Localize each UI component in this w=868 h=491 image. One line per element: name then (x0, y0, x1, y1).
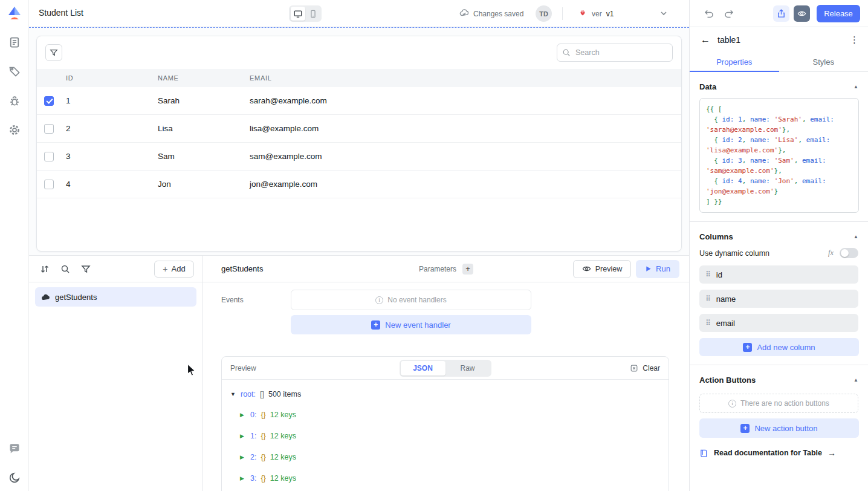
sort-icon[interactable] (40, 264, 50, 274)
drag-handle-icon[interactable]: ⠿ (705, 294, 710, 303)
kebab-menu-icon[interactable]: ⋮ (850, 34, 860, 45)
tree-key: root: (241, 390, 256, 398)
parameters-label: Parameters (419, 265, 456, 273)
topbar-right: Release (689, 0, 868, 27)
tab-properties[interactable]: Properties (690, 53, 779, 71)
tab-json[interactable]: JSON (401, 361, 445, 376)
version-value: v1 (606, 10, 614, 18)
column-header-email[interactable]: EMAIL (245, 74, 681, 82)
release-button[interactable]: Release (817, 5, 860, 22)
eye-icon (582, 264, 591, 273)
inspector-icon[interactable] (8, 65, 21, 77)
cell-email: jon@example.com (245, 180, 681, 189)
chevron-down-icon[interactable] (658, 7, 670, 19)
info-icon: i (375, 296, 383, 304)
dynamic-column-toggle[interactable] (840, 248, 858, 258)
topbar: Student List Changes saved TD ver v1 (29, 0, 868, 27)
user-avatar[interactable]: TD (536, 5, 552, 22)
collapse-caret-icon[interactable]: ▲ (853, 234, 858, 239)
back-arrow-icon[interactable]: ← (701, 34, 710, 45)
version-selector[interactable]: ver v1 (578, 0, 614, 27)
pages-icon[interactable] (8, 36, 21, 48)
debugger-icon[interactable] (8, 95, 21, 107)
add-new-column-button[interactable]: + Add new column (699, 338, 859, 356)
fx-icon[interactable]: fx (828, 249, 834, 258)
add-new-column-label: Add new column (757, 343, 815, 352)
column-header-id[interactable]: ID (61, 74, 153, 82)
documentation-link[interactable]: Read documentation for Table → (690, 443, 868, 463)
query-run-button[interactable]: Run (636, 260, 679, 278)
filter-button[interactable] (45, 44, 62, 61)
table-row[interactable]: 3 Sam sam@example.com (37, 143, 681, 171)
query-preview-button[interactable]: Preview (573, 260, 631, 278)
undo-icon[interactable] (703, 8, 714, 19)
redo-icon[interactable] (724, 8, 735, 19)
table-search-input[interactable] (557, 44, 673, 62)
tree-item-row[interactable]: ▶ 3: {} 12 keys (230, 467, 669, 489)
row-checkbox[interactable] (44, 152, 54, 161)
preview-box-header: Preview JSON Raw Clear (222, 357, 669, 380)
dynamic-column-label: Use dynamic column (699, 249, 822, 258)
tree-item-row[interactable]: ▶ 0: {} 12 keys (230, 404, 669, 425)
canvas[interactable]: ID NAME EMAIL 1 Sarah sarah@example.com … (29, 27, 689, 255)
new-event-handler-button[interactable]: + New event handler (291, 315, 531, 334)
tree-key: 2: (250, 453, 256, 461)
tab-styles[interactable]: Styles (779, 53, 868, 71)
dark-mode-icon[interactable] (8, 472, 21, 484)
tab-raw[interactable]: Raw (445, 361, 490, 376)
tree-caret[interactable]: ▶ (240, 475, 246, 481)
share-button[interactable] (773, 5, 789, 22)
preview-app-button[interactable] (794, 5, 810, 22)
tree-caret[interactable]: ▶ (240, 433, 246, 439)
tree-caret[interactable]: ▶ (240, 454, 246, 460)
add-query-button[interactable]: + Add (154, 261, 194, 278)
search-icon[interactable] (60, 264, 70, 274)
chat-help-icon[interactable] (8, 443, 21, 455)
tree-root-row[interactable]: ▼ root: [] 500 items (230, 385, 669, 404)
clear-button[interactable]: Clear (588, 364, 660, 372)
tree-caret[interactable]: ▶ (240, 412, 246, 418)
info-icon: i (728, 400, 736, 408)
row-checkbox[interactable] (44, 96, 54, 106)
preview-format-toggle: JSON Raw (400, 360, 491, 377)
table-widget[interactable]: ID NAME EMAIL 1 Sarah sarah@example.com … (36, 36, 682, 252)
column-item[interactable]: ⠿ id (699, 265, 858, 284)
tree-item-row[interactable]: ▶ 2: {} 12 keys (230, 446, 669, 467)
collapse-caret-icon[interactable]: ▲ (853, 377, 858, 383)
mobile-view-button[interactable] (306, 7, 320, 21)
tree-caret[interactable]: ▼ (230, 391, 236, 397)
table-row[interactable]: 1 Sarah sarah@example.com (37, 87, 681, 115)
column-chip-label: name (716, 294, 736, 304)
data-code-editor[interactable]: {{ [ { id: 1, name: 'Sarah', email:'sara… (699, 98, 859, 213)
column-item[interactable]: ⠿ name (699, 290, 858, 308)
row-checkbox[interactable] (44, 124, 54, 134)
collapse-caret-icon[interactable]: ▲ (853, 84, 858, 89)
filter-icon[interactable] (81, 264, 91, 274)
cell-name: Lisa (153, 124, 245, 133)
query-run-label: Run (656, 264, 670, 273)
no-action-buttons-text: There are no action buttons (740, 399, 829, 408)
add-parameter-button[interactable]: + (462, 264, 473, 275)
documentation-link-text: Read documentation for Table (714, 449, 822, 457)
drag-handle-icon[interactable]: ⠿ (705, 270, 710, 279)
table-row[interactable]: 2 Lisa lisa@example.com (37, 115, 681, 143)
new-action-button[interactable]: + New action button (699, 418, 859, 438)
inspector-panel: ← table1 ⋮ Properties Styles Data ▲ {{ [… (689, 27, 868, 491)
code-line: { id: 1, name: 'Sarah', email: (706, 114, 852, 125)
no-event-handlers-box: i No event handlers (291, 290, 531, 310)
table-row[interactable]: 4 Jon jon@example.com (37, 171, 681, 198)
settings-icon[interactable] (8, 124, 21, 136)
column-header-name[interactable]: NAME (153, 74, 245, 82)
tree-item-row[interactable]: ▶ 1: {} 12 keys (230, 425, 669, 446)
desktop-view-button[interactable] (291, 7, 305, 21)
row-checkbox[interactable] (44, 180, 54, 189)
new-action-button-label: New action button (754, 424, 817, 433)
query-list: getStudents (29, 282, 202, 311)
column-item[interactable]: ⠿ email (699, 314, 858, 332)
cell-email: sam@example.com (245, 152, 681, 161)
app-logo[interactable] (6, 5, 23, 22)
drag-handle-icon[interactable]: ⠿ (705, 319, 710, 327)
query-list-item[interactable]: getStudents (35, 287, 196, 307)
no-event-handlers-text: No event handlers (387, 296, 446, 304)
column-chip-label: email (716, 319, 735, 328)
